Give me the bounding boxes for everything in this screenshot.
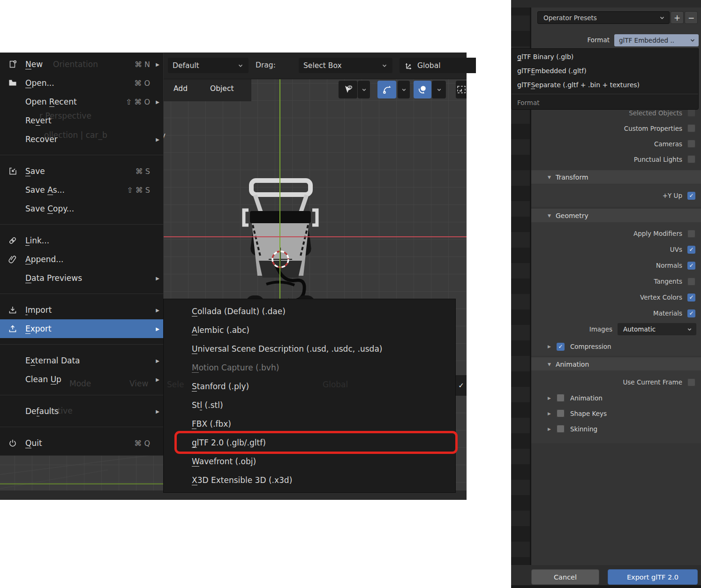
menu-item-save-as[interactable]: Save As...⇧ ⌘ S <box>0 181 163 199</box>
animation-checkbox[interactable] <box>557 394 565 402</box>
export-format-wavefront-obj[interactable]: Wavefront (.obj) <box>164 452 455 471</box>
export-gltf-button[interactable]: Export glTF 2.0 <box>608 569 698 585</box>
tangents-checkbox[interactable] <box>687 278 695 286</box>
geometry-section-header[interactable]: ▼ Geometry <box>531 209 701 222</box>
format-option-gltf-separate-gltf-bin-textures[interactable]: glTF Separate (.gltf + .bin + textures) <box>512 78 698 92</box>
option-label: Use Current Frame <box>623 378 682 386</box>
drag-tool-value: Select Box <box>303 61 377 70</box>
ghost-text-perspective: r Perspective <box>39 111 91 121</box>
collapsible-row-shape-keys[interactable]: ▶Shape Keys <box>531 406 701 421</box>
ghost-text-sele: Sele <box>167 380 184 389</box>
menu-item-save-copy[interactable]: Save Copy... <box>0 199 163 218</box>
punctual-lights-checkbox[interactable] <box>687 155 695 163</box>
option-label: Shape Keys <box>570 410 607 417</box>
select-visibility-button[interactable] <box>339 81 357 98</box>
transform-section-body: +Y Up✓ <box>531 184 701 207</box>
cameras-checkbox[interactable] <box>687 140 695 148</box>
proportional-editing-button[interactable] <box>414 81 431 98</box>
skinning-checkbox[interactable] <box>557 425 565 433</box>
export-format-universal-scene-description-usd-usdc-usda[interactable]: Universal Scene Description (.usd, .usdc… <box>164 339 455 358</box>
proportional-editing-dropdown[interactable] <box>432 81 446 98</box>
orientation-dropdown[interactable]: Global <box>399 58 476 73</box>
paperclip-icon <box>7 255 19 264</box>
import-icon <box>7 305 19 315</box>
selected-objects-checkbox[interactable] <box>687 109 695 117</box>
chevron-down-icon <box>381 62 388 69</box>
file-list-row <box>511 418 530 433</box>
ghost-y-axis-line <box>0 483 163 484</box>
drag-tool-dropdown[interactable]: Select Box <box>299 58 392 73</box>
compression-checkbox[interactable]: ✓ <box>557 343 565 351</box>
normals-checkbox[interactable]: ✓ <box>687 262 695 270</box>
expand-triangle-icon: ▶ <box>548 427 551 431</box>
shortcut-text: ⌘ S <box>136 167 150 176</box>
option-row-punctual-lights: Punctual Lights <box>531 151 701 167</box>
file-list-row <box>511 542 530 557</box>
vertex-colors-checkbox[interactable]: ✓ <box>687 294 695 302</box>
images-dropdown[interactable]: Automatic <box>618 323 696 335</box>
use-current-frame-checkbox[interactable] <box>687 378 695 386</box>
export-format-stanford-ply[interactable]: Stanford (.ply) <box>164 377 455 396</box>
ghost-checkbox: ✓ <box>456 375 467 396</box>
format-option-gltf-binary-glb[interactable]: glTF Binary (.glb) <box>512 50 698 64</box>
menu-item-defaults[interactable]: Defaults▶ <box>0 402 163 421</box>
chevron-down-icon <box>689 37 696 44</box>
ghost-text-global-ghost: Global <box>323 380 348 389</box>
render-region-button[interactable] <box>456 81 467 98</box>
menu-separator <box>0 421 163 434</box>
snap-button[interactable] <box>377 81 396 98</box>
menu-item-import[interactable]: Import▶ <box>0 301 163 319</box>
menu-item-link[interactable]: Link... <box>0 231 163 250</box>
collapsible-row-skinning[interactable]: ▶Skinning <box>531 421 701 437</box>
new-file-icon <box>7 60 19 69</box>
uvs-checkbox[interactable]: ✓ <box>687 246 695 254</box>
collapsible-row-animation[interactable]: ▶Animation <box>531 390 701 406</box>
export-format-stl-stl[interactable]: Stl (.stl) <box>164 396 455 415</box>
menu-item-save[interactable]: Save⌘ S <box>0 162 163 181</box>
custom-properties-checkbox[interactable] <box>687 124 695 132</box>
shape-keys-checkbox[interactable] <box>557 409 565 417</box>
animation-section-header[interactable]: ▼ Animation <box>531 357 701 371</box>
y-up-checkbox[interactable]: ✓ <box>687 192 695 200</box>
expand-triangle-icon: ▶ <box>548 344 551 349</box>
menu-item-export[interactable]: Export▶ <box>0 319 163 338</box>
menu-item-open[interactable]: Open...⌘ O <box>0 74 163 92</box>
add-menu[interactable]: Add <box>168 81 193 97</box>
remove-preset-button[interactable]: − <box>685 11 698 24</box>
select-visibility-dropdown[interactable] <box>358 81 370 98</box>
export-format-fbx-fbx[interactable]: FBX (.fbx) <box>164 415 455 433</box>
file-list-row <box>511 15 530 31</box>
menu-item-external-data[interactable]: External Data▶ <box>0 351 163 370</box>
cancel-button[interactable]: Cancel <box>531 569 599 585</box>
bottom-strip <box>511 585 701 588</box>
workspace-dropdown[interactable]: Default <box>168 58 249 73</box>
menu-item-data-previews[interactable]: Data Previews▶ <box>0 269 163 287</box>
menu-item-append[interactable]: Append... <box>0 250 163 269</box>
export-format-collada-default-dae[interactable]: Collada (Default) (.dae) <box>164 302 455 321</box>
file-list-row <box>511 356 530 371</box>
menu-item-label: Link... <box>25 236 153 245</box>
export-format-alembic-abc[interactable]: Alembic (.abc) <box>164 321 455 339</box>
apply-modifiers-checkbox[interactable] <box>687 230 695 238</box>
format-option-gltf-embedded-gltf[interactable]: glTF Embedded (.gltf) <box>512 64 698 78</box>
operator-presets-dropdown[interactable]: Operator Presets <box>537 11 670 24</box>
shortcut-text: ⌘ Q <box>134 439 150 448</box>
collapsible-row-compression[interactable]: ▶✓Compression <box>531 337 701 356</box>
file-list-row <box>511 294 530 309</box>
add-preset-button[interactable]: + <box>671 11 684 24</box>
object-menu[interactable]: Object <box>204 81 239 97</box>
chevron-down-icon <box>401 87 407 93</box>
file-list-row <box>511 402 530 418</box>
file-list-row <box>511 480 530 495</box>
materials-checkbox[interactable]: ✓ <box>687 309 695 317</box>
menu-item-open-recent[interactable]: Open Recent⇧ ⌘ O▶ <box>0 92 163 111</box>
export-format-x3d-extensible-3d-x3d[interactable]: X3D Extensible 3D (.x3d) <box>164 471 455 490</box>
expand-triangle-icon: ▶ <box>548 411 551 416</box>
menu-item-quit[interactable]: Quit⌘ Q <box>0 434 163 452</box>
snap-dropdown[interactable] <box>398 81 410 98</box>
transform-section-header[interactable]: ▼ Transform <box>531 170 701 184</box>
export-format-gltf-2-0-glb-gltf[interactable]: glTF 2.0 (.glb/.gltf) <box>164 433 455 452</box>
submenu-arrow-icon: ▶ <box>153 409 159 414</box>
format-dropdown[interactable]: glTF Embedded .. <box>614 34 699 46</box>
file-list-row <box>511 464 530 480</box>
